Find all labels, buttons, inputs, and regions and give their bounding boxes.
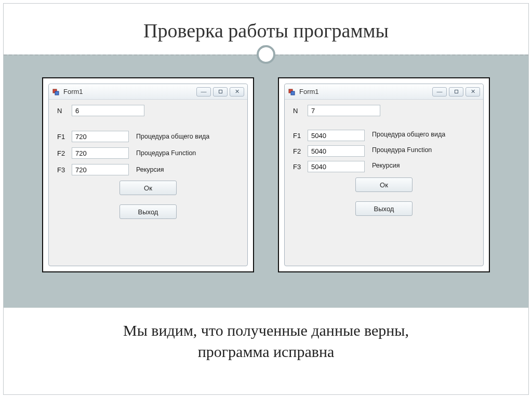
f1-side-label: Процедура общего вида [372, 131, 445, 138]
window-title: Form1 [299, 88, 432, 95]
screenshot-frame-1: Form1 — ✕ N F1 Пр [42, 77, 254, 272]
f1-input[interactable] [308, 130, 365, 141]
svg-rect-1 [55, 91, 59, 95]
window-title: Form1 [63, 88, 196, 95]
f1-label: F1 [293, 132, 308, 140]
caption-line-1: Мы видим, что полученные данные верны, [123, 322, 409, 339]
f2-input[interactable] [72, 147, 129, 159]
f3-side-label: Рекурсия [136, 166, 164, 173]
row-f2: F2 Процедура Function [293, 146, 475, 157]
f1-label: F1 [57, 133, 72, 141]
window-controls: — ✕ [196, 87, 244, 97]
f2-label: F2 [293, 147, 308, 155]
titlebar[interactable]: Form1 — ✕ [285, 84, 483, 100]
maximize-icon [219, 90, 222, 93]
divider-ring-icon [257, 45, 275, 64]
minimize-icon: — [437, 89, 443, 94]
ok-button[interactable]: Ок [355, 177, 413, 192]
minimize-button[interactable]: — [432, 87, 447, 97]
f1-input[interactable] [72, 131, 129, 142]
f3-label: F3 [57, 166, 72, 174]
caption-text: Мы видим, что полученные данные верны, п… [35, 320, 497, 362]
maximize-button[interactable] [449, 87, 463, 97]
form-icon [52, 88, 60, 96]
svg-rect-3 [291, 91, 295, 95]
slide: Проверка работы программы Form1 — ✕ [3, 3, 529, 395]
ok-button[interactable]: Ок [119, 181, 177, 195]
window-body: N F1 Процедура общего вида F2 [285, 100, 483, 266]
f-block: F1 Процедура общего вида F2 Процедура Fu… [293, 131, 475, 172]
f3-label: F3 [293, 163, 308, 171]
ok-button-label: Ок [380, 181, 388, 189]
titlebar[interactable]: Form1 — ✕ [49, 84, 247, 100]
close-button[interactable]: ✕ [230, 87, 244, 97]
maximize-button[interactable] [213, 87, 228, 97]
exit-button-row: Выход [293, 201, 475, 216]
exit-button[interactable]: Выход [355, 201, 413, 216]
n-input[interactable] [72, 105, 144, 116]
window-form1-left: Form1 — ✕ N F1 Пр [48, 84, 248, 266]
f1-side-label: Процедура общего вида [136, 133, 209, 140]
maximize-icon [455, 90, 458, 93]
ok-button-row: Ок [293, 177, 475, 192]
f2-side-label: Процедура Function [136, 149, 196, 157]
n-label: N [293, 107, 308, 115]
f3-side-label: Рекурсия [372, 162, 400, 169]
row-f1: F1 Процедура общего вида [57, 131, 239, 142]
row-f1: F1 Процедура общего вида [293, 131, 475, 141]
caption-area: Мы видим, что полученные данные верны, п… [4, 308, 528, 362]
row-f2: F2 Процедура Function [57, 147, 239, 159]
window-form1-right: Form1 — ✕ N F1 [284, 84, 484, 266]
caption-line-2: программа исправна [198, 343, 335, 360]
exit-button-label: Выход [138, 208, 158, 216]
ok-button-row: Ок [57, 181, 239, 195]
content-area: Form1 — ✕ N F1 Пр [4, 54, 528, 308]
n-label: N [57, 107, 72, 115]
n-input[interactable] [308, 105, 380, 116]
f3-input[interactable] [308, 161, 365, 172]
row-n: N [57, 105, 239, 116]
minimize-button[interactable]: — [196, 87, 211, 97]
minimize-icon: — [201, 89, 207, 94]
close-icon: ✕ [471, 89, 475, 94]
screenshot-frame-2: Form1 — ✕ N F1 [278, 77, 490, 272]
exit-button-row: Выход [57, 204, 239, 219]
window-controls: — ✕ [432, 87, 480, 97]
exit-button[interactable]: Выход [119, 204, 177, 219]
f2-side-label: Процедура Function [372, 146, 432, 154]
window-body: N F1 Процедура общего вида F2 Процедура … [49, 100, 247, 266]
f3-input[interactable] [72, 164, 129, 175]
ok-button-label: Ок [144, 184, 152, 192]
row-f3: F3 Рекурсия [293, 162, 475, 172]
f2-input[interactable] [308, 145, 365, 157]
form-icon [288, 88, 296, 96]
row-n: N [293, 105, 475, 116]
row-f3: F3 Рекурсия [57, 164, 239, 175]
exit-button-label: Выход [374, 205, 394, 213]
close-icon: ✕ [235, 89, 240, 94]
close-button[interactable]: ✕ [466, 87, 480, 97]
slide-title: Проверка работы программы [4, 19, 528, 42]
f2-label: F2 [57, 149, 72, 157]
